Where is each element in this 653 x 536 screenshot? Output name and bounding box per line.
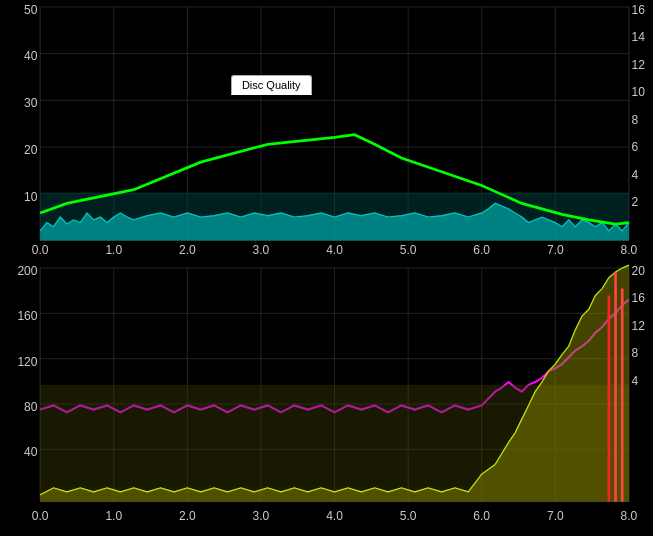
svg-text:16: 16 (632, 291, 646, 305)
svg-text:30: 30 (24, 96, 38, 110)
svg-text:20: 20 (632, 264, 646, 278)
svg-text:10: 10 (24, 190, 38, 204)
svg-text:12: 12 (632, 319, 646, 333)
svg-text:4: 4 (632, 168, 639, 182)
svg-text:10: 10 (632, 96, 646, 99)
svg-text:3.0: 3.0 (253, 243, 270, 257)
svg-text:5.0: 5.0 (400, 243, 417, 257)
svg-text:20: 20 (24, 143, 38, 157)
svg-text:1.0: 1.0 (105, 243, 122, 257)
svg-text:80: 80 (24, 400, 38, 414)
svg-text:6: 6 (632, 140, 639, 154)
main-content: 50 40 30 20 10 16 14 12 10 8 6 4 2 (2, 96, 651, 472)
svg-text:8.0: 8.0 (621, 243, 638, 257)
chart-area: 50 40 30 20 10 16 14 12 10 8 6 4 2 (4, 98, 496, 470)
svg-text:7.0: 7.0 (547, 243, 564, 257)
svg-text:200: 200 (17, 264, 37, 278)
svg-text:0.0: 0.0 (32, 243, 49, 257)
svg-text:8: 8 (632, 113, 639, 127)
svg-text:120: 120 (17, 354, 37, 368)
svg-text:160: 160 (17, 309, 37, 323)
svg-text:2: 2 (632, 195, 639, 209)
tab-disc-quality[interactable]: Disc Quality (231, 75, 312, 95)
app-window: ● Nero CD-DVD Speed 4.7.7.16 — □ × File … (0, 0, 653, 536)
svg-text:2.0: 2.0 (179, 243, 196, 257)
svg-text:4.0: 4.0 (326, 243, 343, 257)
svg-text:4: 4 (632, 374, 639, 388)
svg-text:6.0: 6.0 (473, 243, 490, 257)
chart-svg: 50 40 30 20 10 16 14 12 10 8 6 4 2 (2, 96, 651, 472)
svg-text:8: 8 (632, 346, 639, 360)
svg-text:40: 40 (24, 445, 38, 459)
